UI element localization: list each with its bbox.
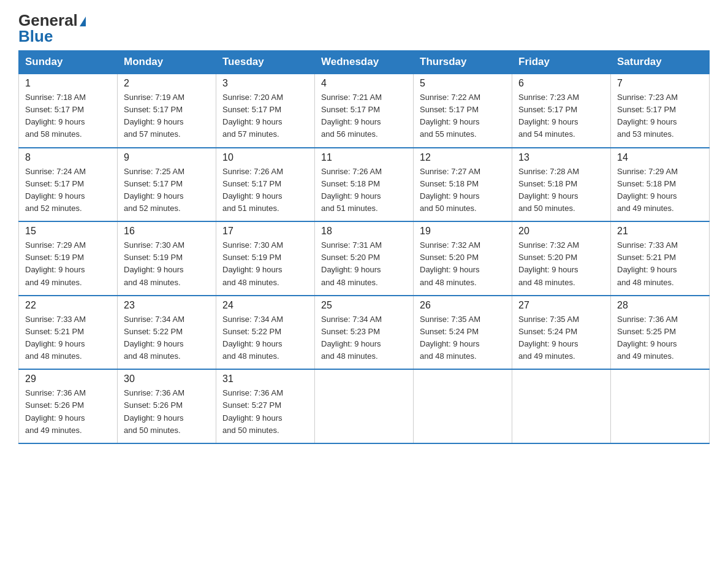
day-number: 7 — [617, 78, 703, 89]
logo-blue-text: Blue — [18, 28, 53, 44]
calendar-cell: 9 Sunrise: 7:25 AM Sunset: 5:17 PM Dayli… — [118, 148, 216, 222]
day-info: Sunrise: 7:31 AM Sunset: 5:20 PM Dayligh… — [321, 240, 382, 286]
calendar-table: SundayMondayTuesdayWednesdayThursdayFrid… — [18, 50, 710, 444]
calendar-cell: 8 Sunrise: 7:24 AM Sunset: 5:17 PM Dayli… — [19, 148, 118, 222]
day-info: Sunrise: 7:29 AM Sunset: 5:19 PM Dayligh… — [25, 240, 86, 286]
day-info: Sunrise: 7:34 AM Sunset: 5:22 PM Dayligh… — [124, 315, 184, 361]
calendar-cell: 15 Sunrise: 7:29 AM Sunset: 5:19 PM Dayl… — [19, 221, 118, 296]
day-number: 11 — [321, 152, 407, 163]
day-number: 2 — [124, 78, 210, 89]
day-info: Sunrise: 7:36 AM Sunset: 5:25 PM Dayligh… — [617, 315, 678, 361]
day-number: 29 — [25, 373, 111, 385]
header-saturday: Saturday — [611, 51, 710, 74]
calendar-cell: 21 Sunrise: 7:33 AM Sunset: 5:21 PM Dayl… — [611, 221, 710, 296]
day-info: Sunrise: 7:20 AM Sunset: 5:17 PM Dayligh… — [222, 93, 283, 139]
day-number: 8 — [25, 152, 111, 163]
day-info: Sunrise: 7:23 AM Sunset: 5:17 PM Dayligh… — [617, 93, 678, 139]
day-number: 26 — [420, 300, 506, 311]
calendar-cell: 7 Sunrise: 7:23 AM Sunset: 5:17 PM Dayli… — [611, 74, 710, 148]
header-thursday: Thursday — [414, 51, 512, 74]
calendar-cell: 28 Sunrise: 7:36 AM Sunset: 5:25 PM Dayl… — [611, 296, 710, 370]
calendar-cell — [315, 369, 414, 443]
header-friday: Friday — [512, 51, 611, 74]
day-number: 13 — [518, 152, 604, 163]
day-number: 14 — [617, 152, 703, 163]
day-number: 1 — [25, 78, 111, 89]
page-header: General Blue — [18, 12, 710, 44]
calendar-cell: 31 Sunrise: 7:36 AM Sunset: 5:27 PM Dayl… — [216, 369, 315, 443]
header-monday: Monday — [118, 51, 216, 74]
calendar-cell: 4 Sunrise: 7:21 AM Sunset: 5:17 PM Dayli… — [315, 74, 414, 148]
day-info: Sunrise: 7:18 AM Sunset: 5:17 PM Dayligh… — [25, 93, 86, 139]
day-info: Sunrise: 7:36 AM Sunset: 5:27 PM Dayligh… — [222, 388, 283, 434]
day-info: Sunrise: 7:34 AM Sunset: 5:22 PM Dayligh… — [222, 315, 283, 361]
day-number: 31 — [222, 373, 308, 385]
calendar-cell: 20 Sunrise: 7:32 AM Sunset: 5:20 PM Dayl… — [512, 221, 611, 296]
calendar-cell: 16 Sunrise: 7:30 AM Sunset: 5:19 PM Dayl… — [118, 221, 216, 296]
calendar-cell: 23 Sunrise: 7:34 AM Sunset: 5:22 PM Dayl… — [118, 296, 216, 370]
day-number: 25 — [321, 300, 407, 311]
calendar-cell — [414, 369, 512, 443]
calendar-cell: 24 Sunrise: 7:34 AM Sunset: 5:22 PM Dayl… — [216, 296, 315, 370]
day-number: 10 — [222, 152, 308, 163]
calendar-cell: 17 Sunrise: 7:30 AM Sunset: 5:19 PM Dayl… — [216, 221, 315, 296]
calendar-cell: 19 Sunrise: 7:32 AM Sunset: 5:20 PM Dayl… — [414, 221, 512, 296]
day-number: 3 — [222, 78, 308, 89]
day-number: 18 — [321, 226, 407, 237]
header-sunday: Sunday — [19, 51, 118, 74]
calendar-cell: 1 Sunrise: 7:18 AM Sunset: 5:17 PM Dayli… — [19, 74, 118, 148]
day-number: 22 — [25, 300, 111, 311]
day-number: 21 — [617, 226, 703, 237]
day-info: Sunrise: 7:36 AM Sunset: 5:26 PM Dayligh… — [124, 388, 184, 434]
header-tuesday: Tuesday — [216, 51, 315, 74]
calendar-cell: 30 Sunrise: 7:36 AM Sunset: 5:26 PM Dayl… — [118, 369, 216, 443]
day-info: Sunrise: 7:28 AM Sunset: 5:18 PM Dayligh… — [518, 167, 579, 213]
calendar-cell: 26 Sunrise: 7:35 AM Sunset: 5:24 PM Dayl… — [414, 296, 512, 370]
calendar-cell: 27 Sunrise: 7:35 AM Sunset: 5:24 PM Dayl… — [512, 296, 611, 370]
day-number: 19 — [420, 226, 506, 237]
calendar-cell: 12 Sunrise: 7:27 AM Sunset: 5:18 PM Dayl… — [414, 148, 512, 222]
calendar-cell: 13 Sunrise: 7:28 AM Sunset: 5:18 PM Dayl… — [512, 148, 611, 222]
day-info: Sunrise: 7:26 AM Sunset: 5:18 PM Dayligh… — [321, 167, 382, 213]
day-info: Sunrise: 7:27 AM Sunset: 5:18 PM Dayligh… — [420, 167, 480, 213]
calendar-cell: 29 Sunrise: 7:36 AM Sunset: 5:26 PM Dayl… — [19, 369, 118, 443]
day-info: Sunrise: 7:19 AM Sunset: 5:17 PM Dayligh… — [124, 93, 184, 139]
calendar-cell — [512, 369, 611, 443]
day-info: Sunrise: 7:29 AM Sunset: 5:18 PM Dayligh… — [617, 167, 678, 213]
calendar-cell: 18 Sunrise: 7:31 AM Sunset: 5:20 PM Dayl… — [315, 221, 414, 296]
calendar-cell: 11 Sunrise: 7:26 AM Sunset: 5:18 PM Dayl… — [315, 148, 414, 222]
calendar-week-row: 15 Sunrise: 7:29 AM Sunset: 5:19 PM Dayl… — [19, 221, 710, 296]
day-info: Sunrise: 7:34 AM Sunset: 5:23 PM Dayligh… — [321, 315, 382, 361]
day-number: 5 — [420, 78, 506, 89]
calendar-week-row: 1 Sunrise: 7:18 AM Sunset: 5:17 PM Dayli… — [19, 74, 710, 148]
calendar-cell — [611, 369, 710, 443]
day-info: Sunrise: 7:21 AM Sunset: 5:17 PM Dayligh… — [321, 93, 382, 139]
calendar-cell: 2 Sunrise: 7:19 AM Sunset: 5:17 PM Dayli… — [118, 74, 216, 148]
day-number: 20 — [518, 226, 604, 237]
calendar-cell: 6 Sunrise: 7:23 AM Sunset: 5:17 PM Dayli… — [512, 74, 611, 148]
day-info: Sunrise: 7:22 AM Sunset: 5:17 PM Dayligh… — [420, 93, 480, 139]
day-number: 23 — [124, 300, 210, 311]
day-info: Sunrise: 7:35 AM Sunset: 5:24 PM Dayligh… — [420, 315, 480, 361]
day-info: Sunrise: 7:32 AM Sunset: 5:20 PM Dayligh… — [518, 240, 579, 286]
day-number: 28 — [617, 300, 703, 311]
day-info: Sunrise: 7:32 AM Sunset: 5:20 PM Dayligh… — [420, 240, 480, 286]
day-number: 12 — [420, 152, 506, 163]
calendar-cell: 22 Sunrise: 7:33 AM Sunset: 5:21 PM Dayl… — [19, 296, 118, 370]
calendar-cell: 10 Sunrise: 7:26 AM Sunset: 5:17 PM Dayl… — [216, 148, 315, 222]
day-info: Sunrise: 7:30 AM Sunset: 5:19 PM Dayligh… — [222, 240, 283, 286]
calendar-week-row: 8 Sunrise: 7:24 AM Sunset: 5:17 PM Dayli… — [19, 148, 710, 222]
day-number: 30 — [124, 373, 210, 385]
logo: General Blue — [18, 12, 86, 44]
day-number: 4 — [321, 78, 407, 89]
day-number: 16 — [124, 226, 210, 237]
day-info: Sunrise: 7:30 AM Sunset: 5:19 PM Dayligh… — [124, 240, 184, 286]
day-number: 6 — [518, 78, 604, 89]
day-number: 9 — [124, 152, 210, 163]
day-info: Sunrise: 7:35 AM Sunset: 5:24 PM Dayligh… — [518, 315, 579, 361]
header-wednesday: Wednesday — [315, 51, 414, 74]
logo-general-text: General — [18, 12, 86, 28]
day-info: Sunrise: 7:33 AM Sunset: 5:21 PM Dayligh… — [617, 240, 678, 286]
day-number: 24 — [222, 300, 308, 311]
day-info: Sunrise: 7:33 AM Sunset: 5:21 PM Dayligh… — [25, 315, 86, 361]
